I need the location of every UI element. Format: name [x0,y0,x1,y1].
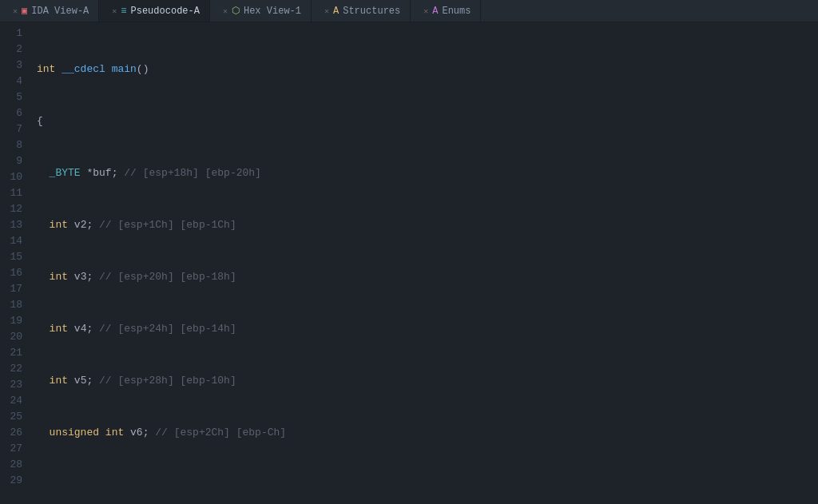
tab-label: IDA View-A [31,6,89,17]
tab-label: Hex View-1 [244,6,301,17]
graph-icon: ▣ [22,5,27,17]
tab-ida-view-a[interactable]: ✕ ▣ IDA View-A [0,0,99,22]
tab-enums[interactable]: ✕ A Enums [411,0,481,22]
close-icon[interactable]: ✕ [324,6,329,16]
code-line-9 [37,477,818,493]
struct-icon: A [333,6,339,17]
tab-hex-view-1[interactable]: ✕ ⬡ Hex View-1 [210,0,312,22]
close-icon[interactable]: ✕ [112,6,117,16]
code-line-3: _BYTE *buf; // [esp+18h] [ebp-20h] [37,165,818,181]
tab-label: Structures [343,6,400,17]
close-icon[interactable]: ✕ [13,6,18,16]
code-line-4: int v2; // [esp+1Ch] [ebp-1Ch] [37,217,818,233]
code-line-7: int v5; // [esp+28h] [ebp-10h] [37,373,818,389]
code-area: 1 2 3 4 5 6 7 8 9 10 11 12 13 14 15 16 1… [0,22,818,504]
tab-bar: ✕ ▣ IDA View-A ✕ ≡ Pseudocode-A ✕ ⬡ Hex … [0,0,818,22]
close-icon[interactable]: ✕ [423,6,428,16]
code-content[interactable]: int __cdecl main() { _BYTE *buf; // [esp… [29,22,818,504]
code-line-1: int __cdecl main() [37,62,818,77]
code-line-6: int v4; // [esp+24h] [ebp-14h] [37,321,818,337]
code-line-5: int v3; // [esp+20h] [ebp-18h] [37,269,818,285]
code-line-2: { [37,113,818,129]
code-line-8: unsigned int v6; // [esp+2Ch] [ebp-Ch] [37,425,818,441]
line-numbers: 1 2 3 4 5 6 7 8 9 10 11 12 13 14 15 16 1… [0,22,29,504]
tab-label: Enums [442,6,471,17]
tab-structures[interactable]: ✕ A Structures [312,0,411,22]
code-icon: ≡ [121,6,126,17]
tab-label: Pseudocode-A [131,6,200,17]
hex-icon: ⬡ [232,5,240,17]
enum-icon: A [432,6,438,17]
tab-pseudocode-a[interactable]: ✕ ≡ Pseudocode-A [99,0,210,22]
close-icon[interactable]: ✕ [223,6,228,16]
